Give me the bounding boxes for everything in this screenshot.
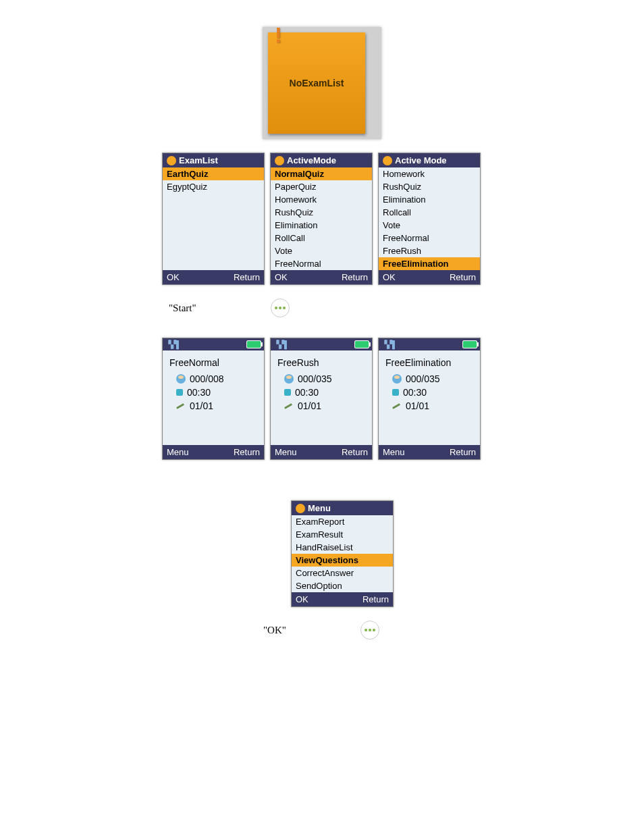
softkey-left[interactable]: OK	[167, 272, 180, 282]
count-value: 000/035	[298, 373, 332, 384]
mode-title: FreeNormal	[169, 357, 257, 368]
count-value: 000/035	[406, 373, 440, 384]
signal-icon: ▝▞▌	[273, 340, 290, 349]
softkey-left[interactable]: Menu	[275, 447, 297, 457]
phone-screen: ▝▞▌FreeNormal000/00800:3001/01MenuReturn	[162, 338, 265, 460]
list-item[interactable]: RushQuiz	[271, 206, 372, 219]
phone-header: ActiveMode	[271, 153, 372, 167]
list-item[interactable]: Homework	[271, 193, 372, 206]
battery-icon	[354, 340, 369, 348]
time-value: 00:30	[187, 387, 211, 398]
list-item[interactable]: FreeElimination	[379, 257, 480, 270]
phone-footer: MenuReturn	[163, 445, 264, 459]
phone-footer: OKReturn	[292, 592, 393, 606]
list-item[interactable]: CorrectAnswer	[292, 567, 393, 579]
list-item[interactable]: ExamReport	[292, 515, 393, 528]
list-item[interactable]: EgyptQuiz	[163, 180, 264, 193]
softkey-left[interactable]: OK	[383, 272, 396, 282]
phone-header: Active Mode	[379, 153, 480, 167]
status-bar: ▝▞▌	[163, 338, 264, 350]
status-bar: ▝▞▌	[271, 338, 372, 350]
list-item[interactable]: Rollcall	[379, 206, 480, 219]
exclamation-icon: !	[275, 23, 282, 48]
list-item[interactable]: PaperQuiz	[271, 180, 372, 193]
phone-screen: ActiveModeNormalQuizPaperQuizHomeworkRus…	[270, 153, 373, 285]
progress-value: 01/01	[406, 400, 429, 411]
list-item[interactable]: ViewQuestions	[292, 554, 393, 567]
note-container: ! NoExamList	[263, 27, 381, 139]
list-item[interactable]: Homework	[379, 167, 480, 180]
list-item[interactable]: Vote	[379, 219, 480, 232]
count-value: 000/008	[190, 373, 224, 384]
phone-screen: ExamListEarthQuizEgyptQuizOKReturn	[162, 153, 265, 285]
user-icon	[176, 374, 186, 384]
progress-line: 01/01	[176, 400, 257, 411]
list-item[interactable]: Elimination	[379, 193, 480, 206]
list-item[interactable]: SendOption	[292, 579, 393, 592]
phone-body: FreeRush000/03500:3001/01	[271, 350, 372, 445]
user-icon	[392, 374, 402, 384]
softkey-left[interactable]: Menu	[167, 447, 189, 457]
list-item[interactable]: Vote	[271, 244, 372, 257]
time-value: 00:30	[295, 387, 319, 398]
phone-footer: OKReturn	[271, 270, 372, 284]
note-text: NoExamList	[290, 78, 344, 88]
list-item[interactable]: Elimination	[271, 219, 372, 232]
progress-value: 01/01	[190, 400, 213, 411]
list-item[interactable]: RollCall	[271, 232, 372, 244]
no-exam-note: ! NoExamList	[268, 32, 365, 134]
phone-title: Active Mode	[395, 155, 447, 165]
softkey-left[interactable]: OK	[296, 594, 308, 604]
more-icon[interactable]	[360, 621, 379, 640]
list-item[interactable]: FreeNormal	[379, 232, 480, 244]
logo-icon	[296, 504, 305, 513]
list-item[interactable]: RushQuiz	[379, 180, 480, 193]
start-line: "Start"	[169, 298, 576, 317]
clock-icon	[392, 389, 399, 396]
signal-icon: ▝▞▌	[165, 340, 182, 349]
phone-footer: MenuReturn	[379, 445, 480, 459]
list-item[interactable]: NormalQuiz	[271, 167, 372, 180]
softkey-right[interactable]: Return	[342, 272, 368, 282]
logo-icon	[275, 156, 284, 165]
list-item[interactable]: FreeNormal	[271, 257, 372, 270]
phone-body: FreeNormal000/00800:3001/01	[163, 350, 264, 445]
logo-icon	[383, 156, 392, 165]
more-icon[interactable]	[271, 298, 290, 317]
progress-value: 01/01	[298, 400, 321, 411]
phone-screen: ▝▞▌FreeRush000/03500:3001/01MenuReturn	[270, 338, 373, 460]
time-line: 00:30	[176, 387, 257, 398]
phone-body: FreeElimination000/03500:3001/01	[379, 350, 480, 445]
softkey-left[interactable]: OK	[275, 272, 288, 282]
softkey-right[interactable]: Return	[450, 272, 476, 282]
list-item[interactable]: ExamResult	[292, 528, 393, 541]
progress-line: 01/01	[392, 400, 473, 411]
count-line: 000/035	[284, 373, 365, 384]
list-item[interactable]: FreeRush	[379, 244, 480, 257]
softkey-left[interactable]: Menu	[383, 447, 405, 457]
softkey-right[interactable]: Return	[342, 447, 368, 457]
phone-title: ExamList	[179, 155, 218, 165]
softkey-right[interactable]: Return	[234, 447, 260, 457]
mode-title: FreeRush	[277, 357, 365, 368]
time-line: 00:30	[284, 387, 365, 398]
phone-footer: OKReturn	[163, 270, 264, 284]
ok-line: "OK"	[263, 621, 576, 640]
phone-title: Menu	[308, 503, 331, 513]
list-item[interactable]: HandRaiseList	[292, 541, 393, 554]
count-line: 000/035	[392, 373, 473, 384]
pen-icon	[176, 401, 186, 411]
phone-header: Menu	[292, 501, 393, 515]
battery-icon	[462, 340, 477, 348]
list-item[interactable]: EarthQuiz	[163, 167, 264, 180]
phone-footer: MenuReturn	[271, 445, 372, 459]
softkey-right[interactable]: Return	[450, 447, 476, 457]
battery-icon	[246, 340, 261, 348]
softkey-right[interactable]: Return	[363, 594, 389, 604]
ok-label: "OK"	[263, 625, 286, 636]
phone-screen: Active ModeHomeworkRushQuizEliminationRo…	[378, 153, 481, 285]
time-value: 00:30	[403, 387, 427, 398]
softkey-right[interactable]: Return	[234, 272, 260, 282]
mode-title: FreeElimination	[385, 357, 473, 368]
phone-footer: OKReturn	[379, 270, 480, 284]
